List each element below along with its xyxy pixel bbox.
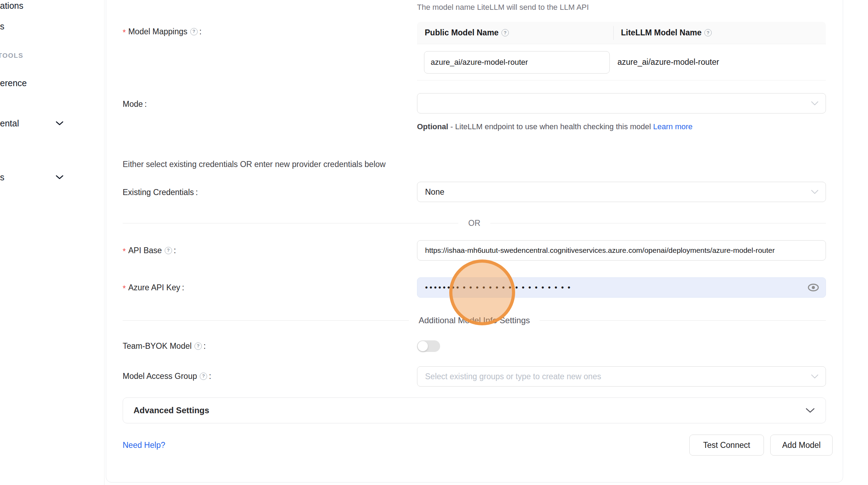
sidebar-item-label: ations <box>0 1 23 11</box>
eye-icon[interactable] <box>807 283 819 292</box>
chevron-down-icon <box>805 408 815 413</box>
help-question-icon[interactable]: ? <box>501 29 509 36</box>
learn-more-link[interactable]: Learn more <box>653 122 693 131</box>
test-connect-button[interactable]: Test Connect <box>689 435 764 456</box>
public-model-name-header: Public Model Name ? <box>417 28 613 37</box>
required-asterisk: * <box>123 28 126 37</box>
column-divider <box>613 26 614 40</box>
mode-help-text: Optional - LiteLLM endpoint to use when … <box>417 120 711 134</box>
model-access-group-label: Model Access Group ? : <box>123 371 211 381</box>
chevron-down-icon <box>811 190 819 194</box>
chevron-down-icon <box>811 374 819 379</box>
sidebar-item-ental[interactable]: ental <box>0 118 19 129</box>
masked-password: •••••••• <box>425 284 461 291</box>
sidebar-item-s2[interactable]: s <box>0 172 5 182</box>
required-asterisk: * <box>123 247 126 256</box>
add-model-button[interactable]: Add Model <box>770 435 833 456</box>
model-mappings-row: azure_ai/azure-model-router azure_ai/azu… <box>417 44 826 81</box>
chevron-down-icon <box>55 121 64 127</box>
team-byok-toggle[interactable] <box>417 340 440 352</box>
sidebar-item-erence[interactable]: erence <box>0 78 27 88</box>
masked-password: ••••••••••••••••• <box>463 284 574 291</box>
need-help-link[interactable]: Need Help? <box>123 441 165 450</box>
model-mappings-header: Public Model Name ? LiteLLM Model Name ? <box>417 22 826 44</box>
api-base-input[interactable]: https://ishaa-mh6uutut-swedencentral.cog… <box>417 240 826 261</box>
sidebar: ations s TOOLS erence ental s <box>0 0 104 485</box>
existing-credentials-select[interactable]: None <box>417 182 826 202</box>
existing-credentials-label: Existing Credentials : <box>123 187 198 197</box>
azure-api-key-label: * Azure API Key : <box>123 283 184 292</box>
add-model-page: ations s TOOLS erence ental s The model … <box>0 0 868 485</box>
help-question-icon[interactable]: ? <box>200 373 207 380</box>
sidebar-item-label: s <box>0 172 5 182</box>
sidebar-item-s1[interactable]: s <box>0 21 5 32</box>
help-question-icon[interactable]: ? <box>704 29 712 36</box>
mode-label: Mode : <box>123 99 147 109</box>
model-access-group-select[interactable]: Select existing groups or type to create… <box>417 366 826 387</box>
sidebar-item-label: s <box>0 21 5 32</box>
advanced-settings-title: Advanced Settings <box>134 406 209 415</box>
or-divider: OR <box>123 218 826 228</box>
credentials-note: Either select existing credentials OR en… <box>123 160 385 169</box>
toggle-knob <box>418 341 428 351</box>
model-mappings-label: * Model Mappings ? : <box>123 27 201 36</box>
select-placeholder: Select existing groups or type to create… <box>425 372 601 381</box>
sidebar-item-ations[interactable]: ations <box>0 1 23 11</box>
public-model-name-input[interactable]: azure_ai/azure-model-router <box>424 51 610 74</box>
model-mappings-table: Public Model Name ? LiteLLM Model Name ?… <box>417 22 826 81</box>
chevron-down-icon <box>811 101 819 106</box>
sidebar-section-tools: TOOLS <box>0 52 23 60</box>
model-name-hint: The model name LiteLLM will send to the … <box>417 3 589 12</box>
azure-api-key-input[interactable]: •••••••• ••••••••••••••••• <box>417 277 826 298</box>
mode-select[interactable] <box>417 93 826 113</box>
help-question-icon[interactable]: ? <box>194 342 202 350</box>
help-question-icon[interactable]: ? <box>190 28 198 35</box>
litellm-model-name-value: azure_ai/azure-model-router <box>610 57 719 67</box>
sidebar-item-label: ental <box>0 118 19 129</box>
advanced-settings-panel[interactable]: Advanced Settings <box>123 397 826 423</box>
required-asterisk: * <box>123 284 126 293</box>
team-byok-label: Team-BYOK Model ? : <box>123 341 206 351</box>
api-base-label: * API Base ? : <box>123 245 176 255</box>
help-question-icon[interactable]: ? <box>165 247 172 254</box>
additional-settings-divider: Additional Model Info Settings <box>123 314 826 326</box>
sidebar-item-label: erence <box>0 78 27 88</box>
litellm-model-name-header: LiteLLM Model Name ? <box>613 28 712 37</box>
chevron-down-icon <box>55 175 64 181</box>
